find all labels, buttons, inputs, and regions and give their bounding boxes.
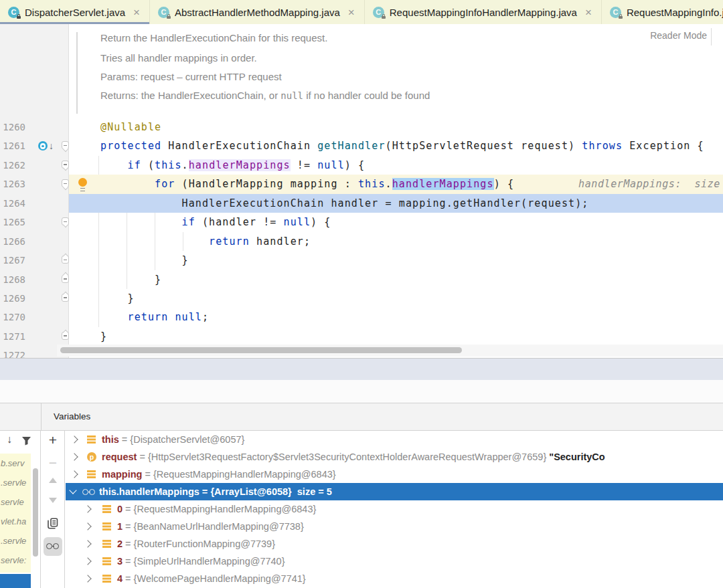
stack-frame[interactable]: .servle	[0, 531, 31, 551]
line-number[interactable]: 1262	[0, 156, 25, 175]
chevron-right-icon[interactable]	[84, 540, 91, 547]
chevron-right-icon[interactable]	[84, 505, 91, 512]
code-line-1272[interactable]: 1272	[0, 346, 723, 358]
equals-sign: =	[119, 434, 131, 445]
fold-icon[interactable]	[62, 332, 69, 340]
copy-icon[interactable]	[41, 518, 65, 532]
line-number[interactable]: 1269	[0, 289, 25, 308]
code-text: if (handler != null) {	[69, 213, 723, 231]
close-icon[interactable]: ×	[133, 7, 140, 18]
variable-row-0[interactable]: 0 = {RequestMappingHandlerMapping@6843}	[66, 500, 723, 518]
code-line-1271[interactable]: 1271}	[0, 327, 723, 346]
equals-sign: =	[123, 573, 134, 584]
variables-toolbar: + −	[41, 431, 65, 588]
line-number[interactable]: 1265	[0, 213, 25, 231]
remove-watch-button[interactable]: −	[41, 455, 65, 471]
variables-tab-title[interactable]: Variables	[54, 403, 90, 430]
chevron-down-icon[interactable]	[69, 486, 76, 494]
variable-name: request	[102, 452, 137, 462]
code-line-1269[interactable]: 1269 }	[0, 289, 723, 308]
variable-row-4[interactable]: 4 = {WelcomePageHandlerMapping@7741}	[66, 570, 723, 587]
variable-value: {DispatcherServlet@6057}	[130, 434, 244, 445]
fold-icon[interactable]	[62, 217, 69, 225]
variable-value: {SimpleUrlHandlerMapping@7740}	[134, 556, 285, 567]
stack-frame[interactable]: servle:	[0, 551, 31, 570]
code-line-1270[interactable]: 1270 return null;	[0, 308, 723, 326]
chevron-right-icon[interactable]	[70, 435, 78, 443]
move-down-button[interactable]	[41, 498, 65, 503]
code-text	[69, 346, 723, 358]
sort-down-arrow-icon[interactable]: ↓	[7, 433, 12, 446]
selected-frame[interactable]	[0, 574, 31, 588]
class-icon: C	[373, 7, 384, 18]
code-text: return handler;	[69, 232, 723, 251]
fold-icon[interactable]	[62, 294, 69, 302]
close-icon[interactable]: ×	[348, 7, 355, 18]
chevron-right-icon[interactable]	[84, 575, 91, 582]
code-line-1268[interactable]: 1268 }	[0, 270, 723, 289]
frames-scrollbar[interactable]	[33, 468, 38, 557]
show-watches-toggle[interactable]	[44, 537, 62, 556]
code-line-1260[interactable]: 1260@Nullable	[0, 118, 723, 136]
code-text: for (HandlerMapping mapping : this.handl…	[69, 175, 723, 193]
line-number[interactable]: 1270	[0, 308, 25, 326]
code-line-1265[interactable]: 1265 if (handler != null) {	[0, 213, 723, 231]
fold-icon[interactable]	[62, 179, 69, 187]
line-number[interactable]: 1268	[0, 270, 25, 289]
stack-frame[interactable]: vlet.ha	[0, 512, 31, 531]
variable-value: {BeanNameUrlHandlerMapping@7738}	[134, 521, 304, 532]
filter-icon[interactable]	[21, 436, 31, 448]
fold-icon[interactable]	[62, 256, 69, 264]
add-watch-button[interactable]: +	[41, 432, 65, 448]
variable-row-3[interactable]: 3 = {SimpleUrlHandlerMapping@7740}	[66, 553, 723, 570]
code-text: return null;	[69, 308, 723, 326]
frames-panel: ↓ b.serv.servleservlevlet.ha.servleservl…	[0, 431, 41, 588]
field-icon	[102, 540, 111, 548]
line-number[interactable]: 1266	[0, 232, 25, 251]
variable-value: {RouterFunctionMapping@7739}	[134, 538, 275, 549]
tab-DispatcherServlet.java[interactable]: CDispatcherServlet.java×	[0, 0, 150, 24]
line-number[interactable]: 1267	[0, 251, 25, 270]
chevron-right-icon[interactable]	[70, 470, 78, 478]
code-line-1261[interactable]: 1261↓protected HandlerExecutionChain get…	[0, 136, 723, 155]
tab-AbstractHandlerMethodMapping.java[interactable]: CAbstractHandlerMethodMapping.java×	[150, 0, 365, 24]
field-icon	[102, 505, 111, 513]
line-number[interactable]: 1271	[0, 327, 25, 346]
tab-RequestMappingInfo.java[interactable]: CRequestMappingInfo.java×	[602, 0, 723, 24]
variable-text: this.handlerMappings = {ArrayList@6058} …	[99, 483, 332, 500]
code-line-1264[interactable]: 1264 HandlerExecutionChain handler = map…	[0, 194, 723, 213]
code-line-1267[interactable]: 1267 }	[0, 251, 723, 270]
variable-row-this[interactable]: this = {DispatcherServlet@6057}	[66, 431, 723, 448]
code-text: }	[69, 251, 723, 270]
tab-RequestMappingInfoHandlerMapping.java[interactable]: CRequestMappingInfoHandlerMapping.java×	[365, 0, 602, 24]
line-number[interactable]: 1264	[0, 194, 25, 213]
fold-icon[interactable]	[62, 275, 69, 283]
chevron-right-icon[interactable]	[84, 522, 91, 530]
code-line-1263[interactable]: 1263 for (HandlerMapping mapping : this.…	[0, 175, 723, 193]
variable-row-this.handlerMappings[interactable]: this.handlerMappings = {ArrayList@6058} …	[66, 483, 723, 500]
code-line-1266[interactable]: 1266 return handler;	[0, 232, 723, 251]
variable-row-request[interactable]: prequest = {HttpServlet3RequestFactory$S…	[66, 448, 723, 466]
line-number[interactable]: 1261	[0, 136, 25, 155]
line-number[interactable]: 1260	[0, 118, 25, 136]
line-number[interactable]: 1272	[0, 346, 25, 358]
variable-row-1[interactable]: 1 = {BeanNameUrlHandlerMapping@7738}	[66, 518, 723, 535]
variable-row-mapping[interactable]: mapping = {RequestMappingHandlerMapping@…	[66, 466, 723, 483]
line-number[interactable]: 1263	[0, 175, 25, 193]
close-icon[interactable]: ×	[585, 7, 592, 18]
variable-row-2[interactable]: 2 = {RouterFunctionMapping@7739}	[66, 535, 723, 553]
stack-frame[interactable]: .servle	[0, 473, 31, 492]
override-method-icon[interactable]	[38, 141, 48, 151]
chevron-right-icon[interactable]	[84, 557, 91, 565]
code-line-1262[interactable]: 1262 if (this.handlerMappings != null) {	[0, 156, 723, 175]
code-lines: 1260@Nullable1261↓protected HandlerExecu…	[0, 118, 723, 358]
move-up-button[interactable]	[41, 478, 65, 483]
stack-frame[interactable]: b.serv	[0, 454, 31, 473]
fold-icon[interactable]	[62, 161, 69, 169]
fold-icon[interactable]	[62, 141, 69, 149]
stack-frame[interactable]: servle	[0, 492, 31, 512]
lock-icon	[619, 16, 623, 19]
tab-label: DispatcherServlet.java	[25, 7, 125, 18]
chevron-right-icon[interactable]	[70, 453, 78, 460]
code-editor[interactable]: Return the HandlerExecutionChain for thi…	[0, 24, 723, 358]
